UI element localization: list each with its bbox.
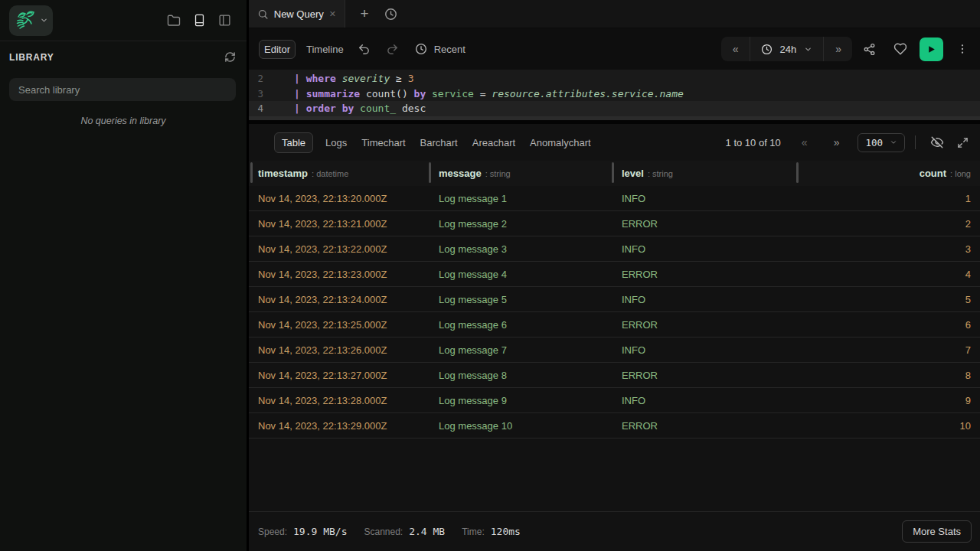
search-icon xyxy=(257,8,269,20)
view-tab-timechart[interactable]: Timechart xyxy=(361,133,405,152)
cell-count: 9 xyxy=(797,388,980,412)
run-query-button[interactable] xyxy=(920,37,943,61)
folder-icon[interactable] xyxy=(167,14,181,28)
view-tab-areachart[interactable]: Areachart xyxy=(472,133,515,152)
speed-value: 19.9 MB/s xyxy=(293,526,347,537)
code-text: | order by count_ desc xyxy=(294,103,426,114)
table-row[interactable]: Nov 14, 2023, 22:13:22.000ZLog message 3… xyxy=(249,236,980,262)
time-label: Time: xyxy=(462,527,485,537)
panel-layout-icon[interactable] xyxy=(217,14,231,28)
table-row[interactable]: Nov 14, 2023, 22:13:26.000ZLog message 7… xyxy=(249,337,980,363)
results-panel: Table Logs Timechart Barchart Areachart … xyxy=(249,120,980,551)
cell-timestamp: Nov 14, 2023, 22:13:21.000Z xyxy=(249,211,430,236)
cell-timestamp: Nov 14, 2023, 22:13:25.000Z xyxy=(249,312,430,337)
hide-columns-button[interactable] xyxy=(930,135,944,149)
column-header-message[interactable]: message : string xyxy=(430,161,612,186)
editor-scrollbar[interactable] xyxy=(249,116,980,120)
timeline-mode-button[interactable]: Timeline xyxy=(306,44,344,55)
column-resize-handle[interactable] xyxy=(250,162,253,183)
library-empty-message: No queries in library xyxy=(0,116,247,126)
column-resize-handle[interactable] xyxy=(612,162,614,183)
notebook-icon[interactable] xyxy=(192,14,206,28)
time-forward-button[interactable]: » xyxy=(824,37,852,61)
cell-timestamp: Nov 14, 2023, 22:13:23.000Z xyxy=(249,262,430,286)
statusbar: Speed: 19.9 MB/s Scanned: 2.4 MB Time: 1… xyxy=(249,511,980,551)
cell-timestamp: Nov 14, 2023, 22:13:22.000Z xyxy=(249,236,430,261)
cell-count: 5 xyxy=(797,287,980,311)
cell-message: Log message 10 xyxy=(430,413,612,438)
more-stats-button[interactable]: More Stats xyxy=(902,520,972,543)
cell-timestamp: Nov 14, 2023, 22:13:26.000Z xyxy=(249,337,430,362)
query-tabbar: New Query ✕ + xyxy=(249,0,980,28)
prev-page-button[interactable]: « xyxy=(802,136,807,148)
next-page-button[interactable]: » xyxy=(834,136,839,148)
favorite-button[interactable] xyxy=(893,42,907,56)
undo-button[interactable] xyxy=(358,43,371,56)
column-header-count[interactable]: count : long xyxy=(797,161,980,186)
cell-level: ERROR xyxy=(612,363,797,387)
code-line[interactable]: 4| order by count_ desc xyxy=(249,101,980,116)
cell-count: 4 xyxy=(797,262,980,286)
table-row[interactable]: Nov 14, 2023, 22:13:21.000ZLog message 2… xyxy=(249,211,980,236)
recent-button[interactable]: Recent xyxy=(415,43,466,55)
code-line[interactable]: 2| where severity ≥ 3 xyxy=(249,71,980,86)
view-tab-barchart[interactable]: Barchart xyxy=(420,133,458,152)
time-range-dropdown[interactable]: 24h xyxy=(750,37,825,61)
view-tab-anomalychart[interactable]: Anomalychart xyxy=(530,133,590,152)
cell-count: 1 xyxy=(797,186,980,210)
column-resize-handle[interactable] xyxy=(796,162,799,183)
table-row[interactable]: Nov 14, 2023, 22:13:24.000ZLog message 5… xyxy=(249,287,980,312)
query-editor[interactable]: 2| where severity ≥ 33| summarize count(… xyxy=(249,70,980,120)
page-size-dropdown[interactable]: 100 xyxy=(858,133,905,152)
more-options-button[interactable] xyxy=(956,43,969,55)
code-line[interactable]: 3| summarize count() by service = resour… xyxy=(249,86,980,102)
column-header-level[interactable]: level : string xyxy=(612,161,797,186)
cell-level: ERROR xyxy=(612,262,797,286)
view-tab-table[interactable]: Table xyxy=(274,132,313,153)
editor-mode-button[interactable]: Editor xyxy=(259,40,296,59)
redo-button[interactable] xyxy=(386,43,399,56)
sidebar: LIBRARY Search library No queries in lib… xyxy=(0,0,249,551)
time-back-button[interactable]: « xyxy=(721,37,750,61)
line-number: 2 xyxy=(249,73,263,84)
cell-count: 3 xyxy=(797,236,980,261)
cell-count: 7 xyxy=(797,337,980,362)
chevron-down-icon xyxy=(40,16,48,24)
main-panel: New Query ✕ + Editor Timeline xyxy=(249,0,980,551)
new-tab-button[interactable]: + xyxy=(351,0,377,28)
cell-count: 6 xyxy=(797,312,980,337)
table-row[interactable]: Nov 14, 2023, 22:13:27.000ZLog message 8… xyxy=(249,363,980,388)
cell-level: INFO xyxy=(612,388,797,412)
cell-message: Log message 7 xyxy=(430,337,612,362)
share-button[interactable] xyxy=(863,43,876,56)
workspace-logo-button[interactable] xyxy=(9,5,53,36)
cell-message: Log message 2 xyxy=(430,211,612,236)
table-row[interactable]: Nov 14, 2023, 22:13:20.000ZLog message 1… xyxy=(249,186,980,211)
cell-timestamp: Nov 14, 2023, 22:13:27.000Z xyxy=(249,363,430,387)
scanned-value: 2.4 MB xyxy=(409,526,445,537)
bird-logo-icon xyxy=(15,9,38,32)
speed-label: Speed: xyxy=(258,527,287,537)
tab-history-button[interactable] xyxy=(377,0,403,28)
library-heading: LIBRARY xyxy=(9,52,54,63)
tab-new-query[interactable]: New Query ✕ xyxy=(249,0,345,28)
column-header-timestamp[interactable]: timestamp : datetime xyxy=(249,161,430,186)
line-number: 4 xyxy=(249,103,263,114)
table-header: timestamp : datetime message : string le… xyxy=(249,161,980,186)
table-row[interactable]: Nov 14, 2023, 22:13:23.000ZLog message 4… xyxy=(249,262,980,287)
code-text: | where severity ≥ 3 xyxy=(294,73,414,84)
query-toolbar: Editor Timeline Recent xyxy=(249,28,980,70)
refresh-icon[interactable] xyxy=(224,51,236,63)
expand-button[interactable] xyxy=(957,137,969,148)
search-library-input[interactable]: Search library xyxy=(9,78,236,101)
column-resize-handle[interactable] xyxy=(429,162,431,183)
cell-timestamp: Nov 14, 2023, 22:13:28.000Z xyxy=(249,388,430,412)
view-tab-logs[interactable]: Logs xyxy=(325,133,347,152)
table-row[interactable]: Nov 14, 2023, 22:13:28.000ZLog message 9… xyxy=(249,388,980,413)
table-row[interactable]: Nov 14, 2023, 22:13:25.000ZLog message 6… xyxy=(249,312,980,337)
tab-close-icon[interactable]: ✕ xyxy=(329,9,336,19)
cell-message: Log message 8 xyxy=(430,363,612,387)
cell-level: INFO xyxy=(612,186,797,210)
table-row[interactable]: Nov 14, 2023, 22:13:29.000ZLog message 1… xyxy=(249,413,980,439)
cell-count: 10 xyxy=(797,413,980,438)
